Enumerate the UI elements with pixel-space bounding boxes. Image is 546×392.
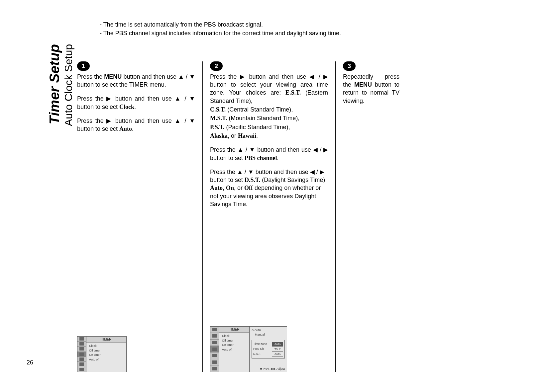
step-3-para: Repeatedly press the MENU button to retu… (343, 73, 399, 105)
osd2-header: TIMER (219, 327, 249, 333)
step-2-badge: 2 (210, 61, 223, 71)
osd-icon (212, 354, 217, 357)
osd2-item: Clock (222, 334, 247, 339)
osd-icon (212, 367, 217, 370)
osd-icon (79, 357, 84, 361)
page-content: Timer Setup Auto Clock Setup - The time … (27, 20, 519, 372)
osd2-item: Auto off (222, 348, 247, 352)
osd-icon (79, 362, 84, 366)
osd-icon (212, 328, 217, 331)
step-2-para-4: P.S.T. (Pacific Standard Time), (210, 123, 328, 131)
page-number: 26 (27, 359, 33, 366)
osd-icon (79, 337, 84, 341)
osd2-item: Off timer (222, 339, 247, 343)
intro-block: - The time is set automatically from the… (100, 20, 519, 38)
step-2-para-5: Alaska, or Hawaii. (210, 132, 328, 140)
step-3-badge: 3 (343, 61, 356, 71)
osd-icon (212, 360, 217, 364)
osd1-item: On timer (89, 353, 124, 357)
osd2-item: On timer (222, 343, 247, 348)
step-2-column: 2 Press the ▶ button and then use ◀ / ▶ … (203, 61, 336, 372)
step-2-para-3: M.S.T. (Mountain Standard Time), (210, 114, 328, 122)
osd-diagram-2: TIMER Clock Off timer On timer Auto off … (210, 326, 287, 372)
osd-diagram-1: TIMER Clock Off timer On timer Auto off (77, 336, 127, 372)
step-2-para-7: Press the ▲ / ▼ button and then use ◀ / … (210, 168, 328, 208)
step-1-column: 1 Press the MENU button and then use ▲ /… (70, 61, 203, 372)
step-2-para-1: Press the ▶ button and then use ◀ / ▶ bu… (210, 73, 328, 105)
step-1-para-1: Press the MENU button and then use ▲ / ▼… (77, 73, 195, 89)
osd1-item: Off timer (89, 349, 124, 353)
osd2-footer: ■ Prev. ◀ ▶ Adjust (260, 367, 285, 371)
osd1-item: Auto off (89, 357, 124, 362)
osd2-mode-auto: ◇ Auto (252, 328, 285, 332)
title-main: Timer Setup (47, 44, 62, 126)
osd2-subpanel: Time zoneAuto PBS ChTV 2 D.S.T.Auto (252, 340, 285, 358)
osd1-header: TIMER (86, 337, 126, 343)
osd-icon (79, 368, 84, 371)
osd2-mode-manual: Manual (252, 333, 285, 337)
intro-line-1: - The time is set automatically from the… (100, 21, 519, 29)
osd-icon (212, 341, 217, 344)
osd-icon (79, 342, 84, 346)
step-2-para-6: Press the ▲ / ▼ button and then use ◀ / … (210, 146, 328, 162)
osd-icon (212, 348, 217, 351)
osd-icon (79, 347, 84, 351)
step-2-para-2: C.S.T. (Central Standard Time), (210, 106, 328, 114)
side-title: Timer Setup Auto Clock Setup (27, 20, 70, 372)
step-1-badge: 1 (77, 61, 90, 71)
intro-line-2: - The PBS channel signal includes inform… (100, 29, 519, 37)
osd1-item: Clock (89, 344, 124, 349)
osd-icon (79, 353, 84, 356)
osd-icon (212, 334, 217, 338)
step-1-para-2: Press the ▶ button and then use ▲ / ▼ bu… (77, 95, 195, 111)
step-3-column: 3 Repeatedly press the MENU button to re… (336, 61, 407, 372)
step-1-para-3: Press the ▶ button and then use ▲ / ▼ bu… (77, 117, 195, 133)
